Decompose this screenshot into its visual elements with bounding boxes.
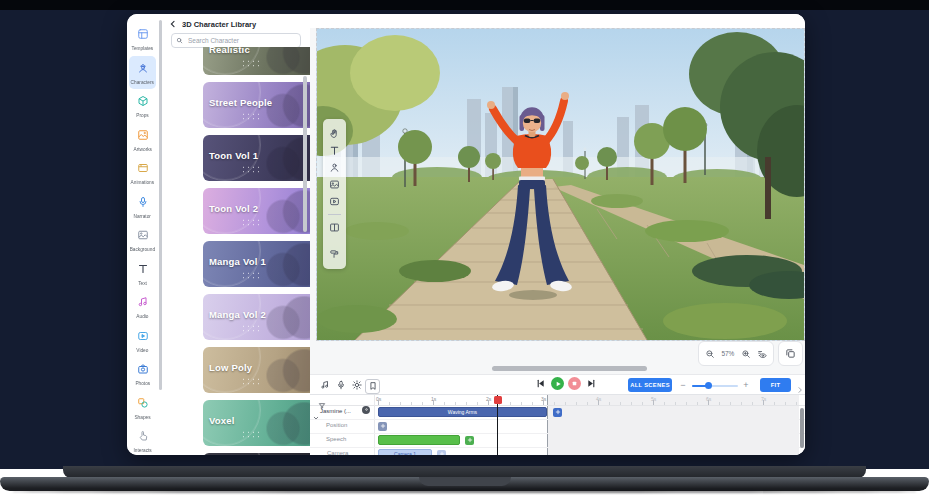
sidebar-item-label: Video: [136, 347, 148, 353]
timeline-scrollbar[interactable]: [800, 408, 804, 448]
card-realistic[interactable]: Realistic: [203, 47, 318, 75]
character-tool-icon[interactable]: [327, 161, 342, 174]
bookmark-icon[interactable]: [365, 379, 380, 394]
card-toon-vol-1[interactable]: Toon Vol 1: [203, 135, 318, 181]
sidebar-item-label: Audio: [136, 313, 148, 319]
text-tool-icon[interactable]: [327, 144, 342, 157]
add-position-keyframe-button[interactable]: [378, 422, 387, 431]
fit-button[interactable]: FIT: [760, 378, 791, 392]
music-icon[interactable]: [318, 379, 331, 392]
add-camera-button[interactable]: [437, 450, 446, 456]
duplicate-scene-button[interactable]: [778, 341, 803, 366]
sidebar-item-audio[interactable]: Audio: [129, 290, 156, 324]
sidebar-item-label: Interacts: [133, 447, 151, 453]
card-voxel[interactable]: Voxel: [203, 400, 318, 446]
sidebar-item-text[interactable]: Text: [129, 257, 156, 291]
track-label-camera[interactable]: Camera: [327, 450, 348, 455]
hand-tool-icon[interactable]: [327, 127, 342, 140]
card-dots-decoration: [241, 59, 263, 68]
sidebar-item-props[interactable]: Props: [129, 89, 156, 123]
slider-thumb[interactable]: [705, 382, 712, 389]
timeline-zoom-slider[interactable]: [692, 385, 738, 388]
sidebar-item-background[interactable]: Background: [129, 223, 156, 257]
card-manga-vol-1[interactable]: Manga Vol 1: [203, 241, 318, 287]
sidebar-item-artworks[interactable]: Artworks: [129, 123, 156, 157]
timeline-zoom-in[interactable]: +: [741, 378, 751, 392]
light-sun-icon[interactable]: [350, 379, 363, 392]
track-label-speech[interactable]: Speech: [326, 436, 346, 442]
sidebar-item-label: Animations: [131, 179, 154, 185]
card-label: Street People: [209, 97, 272, 108]
card-dots-decoration: [241, 377, 263, 386]
camera-clip[interactable]: Camera 1: [378, 449, 432, 455]
canvas-horizontal-scrollbar[interactable]: [492, 366, 647, 371]
sidebar-item-interacts[interactable]: Interacts: [129, 424, 156, 455]
sidebar-item-label: Props: [136, 112, 148, 118]
card-list-scrollbar[interactable]: [303, 76, 307, 232]
sidebar-item-narrator[interactable]: Narrator: [129, 190, 156, 224]
background-image-icon: [137, 227, 149, 245]
card-manga-vol-2[interactable]: Manga Vol 2: [203, 294, 318, 340]
sidebar-item-animations[interactable]: Animations: [129, 156, 156, 190]
ruler-major-ticks: [378, 400, 801, 405]
card-label: Toon Vol 1: [209, 150, 258, 161]
timeline-zoom-out[interactable]: −: [678, 378, 688, 392]
character-library-panel: 3D Character Library Realistic Street Pe…: [162, 14, 310, 455]
play-button[interactable]: [551, 377, 564, 390]
sidebar-item-templates[interactable]: Templates: [129, 22, 156, 56]
paint-roller-tool-icon[interactable]: [327, 248, 342, 261]
track-visibility-toggle[interactable]: [362, 406, 370, 414]
split-screen-tool-icon[interactable]: [327, 221, 342, 234]
search-icon: [176, 37, 183, 44]
sidebar-item-photos[interactable]: Photos: [129, 357, 156, 391]
stop-button[interactable]: [568, 377, 581, 390]
camera-icon: [137, 361, 149, 379]
canvas-margin: [310, 14, 805, 28]
skip-to-start-button[interactable]: [534, 377, 547, 390]
animation-clip[interactable]: Waving Arms: [378, 407, 547, 417]
add-animation-button[interactable]: [553, 408, 562, 417]
zoom-in-icon[interactable]: [741, 349, 751, 359]
card-partial[interactable]: [203, 453, 318, 455]
sidebar-item-shapes[interactable]: Shapes: [129, 391, 156, 425]
hide-controls-eye-icon[interactable]: [757, 349, 767, 359]
characters-icon: [137, 60, 149, 78]
zoom-out-icon[interactable]: [705, 349, 715, 359]
image-tool-icon[interactable]: [327, 178, 342, 191]
track-collapse-chevron-icon[interactable]: [313, 407, 319, 425]
search-box[interactable]: [171, 33, 301, 48]
skip-to-end-button[interactable]: [585, 377, 598, 390]
speech-clip[interactable]: [378, 435, 460, 445]
filter-funnel-icon[interactable]: [318, 396, 328, 405]
viewport-canvas[interactable]: [316, 28, 805, 341]
track-label-position[interactable]: Position: [326, 422, 347, 428]
microphone-record-icon[interactable]: [334, 379, 347, 392]
add-speech-button[interactable]: [465, 436, 474, 445]
all-scenes-button[interactable]: ALL SCENES: [628, 378, 672, 392]
back-chevron-icon[interactable]: [168, 19, 178, 29]
timeline-toolbar: ALL SCENES − + FIT: [310, 374, 805, 395]
zoom-level: 57%: [721, 350, 734, 357]
card-low-poly[interactable]: Low Poly: [203, 347, 318, 393]
card-street-people[interactable]: Street People: [203, 82, 318, 128]
card-label: Voxel: [209, 415, 235, 426]
sidebar: Templates Characters Props Artworks Anim…: [127, 14, 158, 455]
sidebar-item-video[interactable]: Video: [129, 324, 156, 358]
search-input[interactable]: [186, 36, 296, 45]
playhead-handle[interactable]: [494, 396, 502, 404]
timeline-ruler[interactable]: 0s 1s 2s 3s 4s 5s 6s 7s: [310, 395, 805, 406]
character-card-list: Realistic Street People Toon Vol 1 Toon …: [203, 47, 318, 455]
timeline: 0s 1s 2s 3s 4s 5s 6s 7s: [310, 394, 805, 455]
text-icon: [137, 261, 149, 279]
animations-icon: [137, 160, 149, 178]
duplicate-icon: [785, 348, 796, 359]
sidebar-item-label: Narrator: [134, 213, 151, 219]
sidebar-item-characters[interactable]: Characters: [129, 56, 156, 90]
card-dots-decoration: [241, 218, 263, 227]
pointer-hand-icon: [137, 428, 149, 446]
card-toon-vol-2[interactable]: Toon Vol 2: [203, 188, 318, 234]
track-label-character[interactable]: Jasmine (...: [320, 408, 351, 414]
canvas-tool-rail: [323, 119, 346, 269]
video-tool-icon[interactable]: [327, 195, 342, 208]
card-label: Manga Vol 2: [209, 309, 266, 320]
